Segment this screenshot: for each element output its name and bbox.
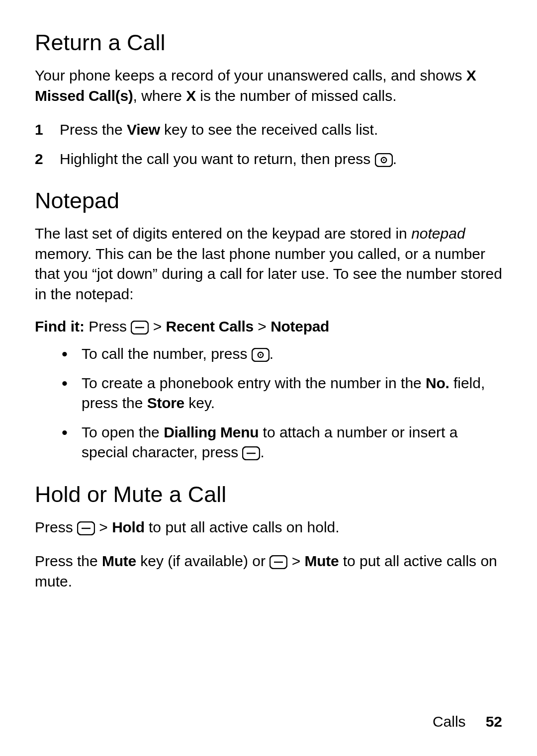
notepad-bullets: To call the number, press . To create a … [35,344,502,463]
text: > [95,519,112,535]
text: Press the [60,121,127,138]
menu-key-icon [269,555,287,569]
text-bold: Notepad [270,318,329,335]
call-key-icon [252,348,269,362]
section-notepad: Notepad The last set of digits entered o… [35,188,502,463]
text-bold: No. [426,375,449,391]
text: is the number of missed calls. [196,87,397,104]
heading-hold-mute: Hold or Mute a Call [35,482,502,507]
menu-key-icon [131,321,149,335]
svg-point-7 [260,354,261,356]
text-bold: X [186,87,196,104]
find-it-label: Find it: [35,318,89,335]
text: . [393,151,397,167]
section-hold-mute: Hold or Mute a Call Press > Hold to put … [35,482,502,592]
heading-return-a-call: Return a Call [35,30,502,56]
text-italic: notepad [411,225,465,242]
text: > [149,318,166,335]
text: Your phone keeps a record of your unansw… [35,67,466,84]
hold-para-1: Press > Hold to put all active calls on … [35,517,502,538]
text: . [269,345,273,362]
text: > [254,318,270,335]
manual-page: Return a Call Your phone keeps a record … [0,0,537,756]
text: key. [184,395,215,411]
text: Press [89,318,131,335]
bullet-3: To open the Dialling Menu to attach a nu… [62,422,502,463]
section-return-a-call: Return a Call Your phone keeps a record … [35,30,502,169]
text-bold: Hold [112,519,144,535]
bullet-2: To create a phonebook entry with the num… [62,373,502,414]
footer-section: Calls [433,713,466,730]
step-2: Highlight the call you want to return, t… [35,149,502,169]
footer-page-number: 52 [486,713,502,730]
text: , where [133,87,186,104]
text: key to see the received calls list. [160,121,378,138]
hold-para-2: Press the Mute key (if available) or > M… [35,551,502,591]
text: Highlight the call you want to return, t… [60,151,375,167]
text: To create a phonebook entry with the num… [82,375,426,391]
menu-key-icon [77,521,95,535]
text: To call the number, press [82,345,252,362]
svg-point-2 [383,159,384,161]
text-bold: Recent Calls [166,318,254,335]
bullet-1: To call the number, press . [62,344,502,364]
text-bold: Mute [305,553,339,569]
page-footer: Calls52 [433,713,502,730]
find-it-line: Find it: Press > Recent Calls > Notepad [35,318,502,335]
text-bold: Dialling Menu [164,424,259,440]
text: To open the [82,424,164,440]
text-bold: View [127,121,160,138]
text: The last set of digits entered on the ke… [35,225,411,242]
call-key-icon [375,153,393,167]
text: Press the [35,553,102,569]
text: > [287,553,304,569]
return-intro: Your phone keeps a record of your unansw… [35,66,502,106]
text: key (if available) or [136,553,269,569]
text: memory. This can be the last phone numbe… [35,246,502,302]
text: Press [35,519,77,535]
menu-key-icon [242,446,260,460]
text: to put all active calls on hold. [145,519,340,535]
heading-notepad: Notepad [35,188,502,214]
text: . [260,444,264,460]
step-1: Press the View key to see the received c… [35,120,502,140]
return-steps: Press the View key to see the received c… [35,120,502,169]
text-bold: Store [147,395,184,411]
notepad-intro: The last set of digits entered on the ke… [35,224,502,304]
text-bold: Mute [102,553,136,569]
